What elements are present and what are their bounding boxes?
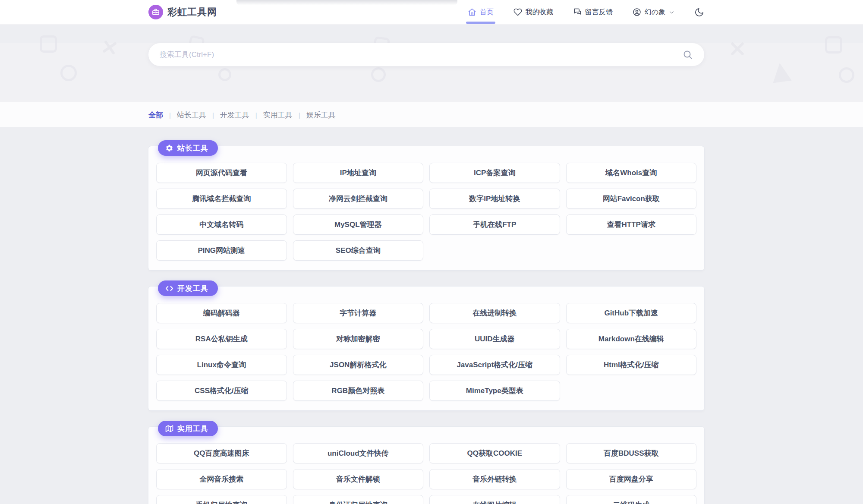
chevron-down-icon (669, 9, 674, 15)
tool-button[interactable]: MimeType类型表 (429, 381, 560, 401)
toolbox-icon (148, 5, 163, 19)
heart-icon (513, 8, 522, 16)
section-badge: 开发工具 (158, 280, 218, 296)
tool-button[interactable]: 在线进制转换 (429, 303, 560, 323)
header: 彩虹工具网 首页 我的收藏 (0, 0, 863, 25)
tool-button[interactable]: ICP备案查询 (429, 163, 560, 183)
section-title: 开发工具 (177, 284, 208, 293)
tool-button[interactable]: 手机在线FTP (429, 214, 560, 235)
sections-container: 站长工具网页源代码查看IP地址查询ICP备案查询域名Whois查询腾讯域名拦截查… (148, 146, 704, 504)
filter-webmaster-tools[interactable]: 站长工具 (177, 110, 206, 120)
tool-button[interactable]: RSA公私钥生成 (156, 329, 287, 349)
section-webmaster: 站长工具网页源代码查看IP地址查询ICP备案查询域名Whois查询腾讯域名拦截查… (148, 146, 704, 270)
brand-name: 彩虹工具网 (167, 6, 217, 19)
tool-button[interactable]: 数字IP地址转换 (429, 189, 560, 209)
filter-separator: | (212, 111, 214, 119)
tool-button[interactable]: 在线图片编辑 (429, 495, 560, 504)
filter-all[interactable]: 全部 (148, 110, 163, 120)
tool-grid: 网页源代码查看IP地址查询ICP备案查询域名Whois查询腾讯域名拦截查询净网云… (156, 163, 696, 261)
search-input[interactable] (160, 50, 683, 59)
tool-button[interactable]: 中文域名转码 (156, 214, 287, 235)
tool-button[interactable]: uniCloud文件快传 (293, 443, 424, 463)
tool-button[interactable]: 字节计算器 (293, 303, 424, 323)
brand-logo[interactable]: 彩虹工具网 (148, 5, 217, 19)
feedback-icon (573, 8, 582, 16)
tool-button[interactable]: MySQL管理器 (293, 214, 424, 235)
tool-button[interactable]: 音乐文件解锁 (293, 469, 424, 489)
filter-entertainment-tools[interactable]: 娱乐工具 (306, 110, 336, 120)
section-badge: 实用工具 (158, 421, 218, 436)
filter-separator: | (299, 111, 300, 119)
nav-label: 我的收藏 (526, 8, 553, 17)
tool-grid: QQ百度高速图床uniCloud文件快传QQ获取COOKIE百度BDUSS获取全… (156, 443, 696, 504)
tool-button[interactable]: QQ获取COOKIE (429, 443, 560, 463)
tool-button[interactable]: 网页源代码查看 (156, 163, 287, 183)
tool-button[interactable]: JavaScript格式化/压缩 (429, 355, 560, 375)
section-dev: 开发工具编码解码器字节计算器在线进制转换GitHub下载加速RSA公私钥生成对称… (148, 287, 704, 410)
section-badge: 站长工具 (158, 140, 218, 156)
tool-button[interactable]: 百度网盘分享 (566, 469, 697, 489)
tool-button[interactable]: 对称加密解密 (293, 329, 424, 349)
tool-button[interactable]: UUID生成器 (429, 329, 560, 349)
tool-button[interactable]: GitHub下载加速 (566, 303, 697, 323)
tool-button[interactable]: 全网音乐搜索 (156, 469, 287, 489)
tool-button[interactable]: 二维码生成 (566, 495, 697, 504)
tool-button[interactable]: QQ百度高速图床 (156, 443, 287, 463)
home-icon (468, 8, 476, 16)
tool-button[interactable]: CSS格式化/压缩 (156, 381, 287, 401)
section-title: 实用工具 (177, 424, 208, 434)
main-content: 站长工具网页源代码查看IP地址查询ICP备案查询域名Whois查询腾讯域名拦截查… (0, 127, 863, 504)
tool-button[interactable]: 手机归属地查询 (156, 495, 287, 504)
nav-item-home[interactable]: 首页 (468, 0, 494, 24)
tool-button[interactable]: 域名Whois查询 (566, 163, 697, 183)
tool-grid: 编码解码器字节计算器在线进制转换GitHub下载加速RSA公私钥生成对称加密解密… (156, 303, 696, 401)
filter-separator: | (255, 111, 257, 119)
code-icon (165, 284, 173, 293)
filter-strip: 全部 | 站长工具 | 开发工具 | 实用工具 | 娱乐工具 (0, 102, 863, 127)
nav-item-favorites[interactable]: 我的收藏 (513, 0, 553, 24)
tool-button[interactable]: PING网站测速 (156, 240, 287, 261)
tool-button[interactable]: Markdown在线编辑 (566, 329, 697, 349)
main-nav: 首页 我的收藏 留言反馈 (468, 0, 704, 24)
search-band (0, 43, 863, 102)
tool-button[interactable]: 查看HTTP请求 (566, 214, 697, 235)
gear-icon (165, 144, 173, 152)
nav-item-user-menu[interactable]: 幻の象 (633, 0, 674, 24)
tool-button[interactable]: IP地址查询 (293, 163, 424, 183)
map-icon (165, 425, 173, 433)
tool-button[interactable]: Linux命令查询 (156, 355, 287, 375)
tool-button[interactable]: 身份证归属地查询 (293, 495, 424, 504)
filter-dev-tools[interactable]: 开发工具 (220, 110, 249, 120)
tool-button[interactable]: 腾讯域名拦截查询 (156, 189, 287, 209)
theme-toggle-button[interactable] (694, 7, 704, 17)
moon-icon (694, 7, 704, 17)
tool-button[interactable]: JSON解析格式化 (293, 355, 424, 375)
category-filters: 全部 | 站长工具 | 开发工具 | 实用工具 | 娱乐工具 (148, 102, 704, 127)
user-icon (633, 8, 641, 16)
tool-button[interactable]: Html格式化/压缩 (566, 355, 697, 375)
filter-separator: | (169, 111, 171, 119)
tool-button[interactable]: 音乐外链转换 (429, 469, 560, 489)
section-title: 站长工具 (177, 143, 208, 153)
search-bar[interactable] (148, 43, 704, 66)
page: 彩虹工具网 首页 我的收藏 (0, 0, 863, 504)
nav-label: 留言反馈 (585, 8, 613, 17)
tool-button[interactable]: SEO综合查询 (293, 240, 424, 261)
nav-label: 幻の象 (645, 8, 665, 17)
nav-item-feedback[interactable]: 留言反馈 (573, 0, 613, 24)
tool-button[interactable]: 编码解码器 (156, 303, 287, 323)
filter-utility-tools[interactable]: 实用工具 (263, 110, 293, 120)
nav-label: 首页 (480, 8, 494, 17)
tool-button[interactable]: 网站Favicon获取 (566, 189, 697, 209)
search-icon[interactable] (683, 50, 693, 60)
tool-button[interactable]: RGB颜色对照表 (293, 381, 424, 401)
section-utility: 实用工具QQ百度高速图床uniCloud文件快传QQ获取COOKIE百度BDUS… (148, 427, 704, 504)
tool-button[interactable]: 净网云剑拦截查询 (293, 189, 424, 209)
tool-button[interactable]: 百度BDUSS获取 (566, 443, 697, 463)
